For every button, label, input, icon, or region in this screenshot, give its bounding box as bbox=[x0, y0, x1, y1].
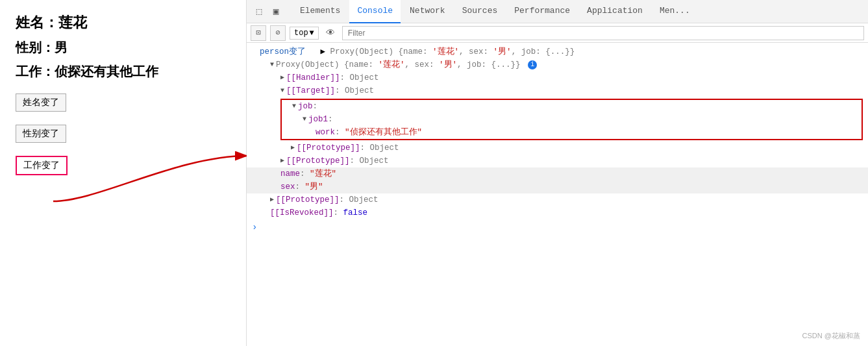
left-panel: 姓名：莲花 性别：男 工作：侦探还有其他工作 姓名变了 性别变了 工作变了 bbox=[0, 0, 247, 346]
expand-icon[interactable]: ▼ bbox=[270, 59, 274, 71]
context-selector[interactable]: top ▼ bbox=[290, 27, 319, 40]
line-text: sex: "男" bbox=[280, 181, 323, 193]
devtools-panel: ⬚ ▣ Elements Console Network Sources Per… bbox=[247, 0, 868, 346]
line-text: [[IsRevoked]]: false bbox=[270, 207, 367, 219]
console-line-3: ▶ [[Handler]]: Object bbox=[247, 71, 868, 84]
select-icon[interactable]: ⬚ bbox=[253, 6, 265, 18]
job-change-button[interactable]: 工作变了 bbox=[16, 156, 68, 175]
console-line-12: ▶ [[Prototype]]: Object bbox=[247, 193, 868, 206]
expand-job-icon[interactable]: ▼ bbox=[292, 101, 296, 112]
expand-target-icon[interactable]: ▼ bbox=[280, 85, 284, 97]
expand-proto3-icon[interactable]: ▶ bbox=[270, 194, 274, 206]
watermark: CSDN @花椒和蒸 bbox=[802, 331, 860, 341]
expand-proto1-icon[interactable]: ▶ bbox=[291, 142, 295, 154]
gender-display: 性别：男 bbox=[16, 39, 230, 56]
console-line-1: person变了 ▶ Proxy(Object) {name: '莲花', se… bbox=[247, 45, 868, 58]
line-text: [[Prototype]]: Object bbox=[297, 142, 399, 154]
line-text: job: bbox=[298, 101, 317, 112]
job-display: 工作：侦探还有其他工作 bbox=[16, 63, 230, 80]
button-group: 姓名变了 性别变了 工作变了 bbox=[16, 93, 230, 175]
line-text: job1: bbox=[308, 114, 333, 125]
line-text: Proxy(Object) {name: '莲花', sex: '男', job… bbox=[276, 59, 537, 71]
console-line-4: ▼ [[Target]]: Object bbox=[247, 84, 868, 97]
chevron-down-icon: ▼ bbox=[310, 29, 314, 38]
tab-application[interactable]: Application bbox=[579, 0, 651, 23]
expand-handler-icon[interactable]: ▶ bbox=[280, 72, 284, 84]
name-change-button[interactable]: 姓名变了 bbox=[16, 93, 66, 112]
red-box-highlight: ▼ job: ▼ job1: work: "侦探还有其他工作" bbox=[280, 99, 863, 140]
line-text: work: "侦探还有其他工作" bbox=[316, 127, 422, 138]
console-line-7: work: "侦探还有其他工作" bbox=[282, 126, 862, 139]
context-label: top bbox=[294, 29, 308, 38]
tab-console[interactable]: Console bbox=[349, 0, 401, 23]
line-text: [[Target]]: Object bbox=[286, 85, 374, 97]
console-prompt[interactable]: › bbox=[247, 219, 868, 235]
gender-change-button[interactable]: 性别变了 bbox=[16, 125, 66, 143]
clear-console-button[interactable]: ⊘ bbox=[270, 25, 286, 41]
console-line-2: ▼ Proxy(Object) {name: '莲花', sex: '男', j… bbox=[247, 58, 868, 71]
console-line-10: name: "莲花" bbox=[247, 167, 868, 180]
console-line-6: ▼ job1: bbox=[282, 113, 862, 126]
info-icon: i bbox=[528, 60, 537, 69]
line-text: person变了 ▶ Proxy(Object) {name: '莲花', se… bbox=[260, 46, 575, 58]
filter-input[interactable] bbox=[342, 26, 864, 40]
devtools: ⬚ ▣ Elements Console Network Sources Per… bbox=[247, 0, 868, 346]
tab-network[interactable]: Network bbox=[402, 0, 453, 23]
line-text: [[Prototype]]: Object bbox=[276, 194, 378, 206]
sidebar-toggle-button[interactable]: ⊡ bbox=[251, 25, 266, 41]
eye-icon[interactable]: 👁 bbox=[323, 25, 338, 41]
arrow-indicator bbox=[47, 195, 261, 240]
devtools-icons: ⬚ ▣ bbox=[249, 6, 286, 18]
expand-proto2-icon[interactable]: ▶ bbox=[280, 155, 284, 167]
console-toolbar: ⊡ ⊘ top ▼ 👁 bbox=[247, 23, 868, 43]
line-text: name: "莲花" bbox=[280, 168, 336, 180]
line-text: [[Prototype]]: Object bbox=[286, 155, 389, 167]
console-line-11: sex: "男" bbox=[247, 180, 868, 193]
console-line-5: ▼ job: bbox=[282, 100, 862, 113]
expand-job1-icon[interactable]: ▼ bbox=[303, 114, 306, 125]
name-display: 姓名：莲花 bbox=[16, 13, 230, 32]
tab-sources[interactable]: Sources bbox=[454, 0, 506, 23]
line-text: [[Handler]]: Object bbox=[286, 72, 379, 84]
tab-elements[interactable]: Elements bbox=[292, 0, 348, 23]
tab-performance[interactable]: Performance bbox=[506, 0, 578, 23]
tab-more[interactable]: Men... bbox=[652, 0, 698, 23]
console-line-9: ▶ [[Prototype]]: Object bbox=[247, 154, 868, 167]
device-icon[interactable]: ▣ bbox=[270, 6, 282, 18]
console-line-8: ▶ [[Prototype]]: Object bbox=[247, 142, 868, 154]
devtools-tabs: ⬚ ▣ Elements Console Network Sources Per… bbox=[247, 0, 868, 23]
console-line-13: [[IsRevoked]]: false bbox=[247, 206, 868, 219]
console-output: person变了 ▶ Proxy(Object) {name: '莲花', se… bbox=[247, 43, 868, 346]
